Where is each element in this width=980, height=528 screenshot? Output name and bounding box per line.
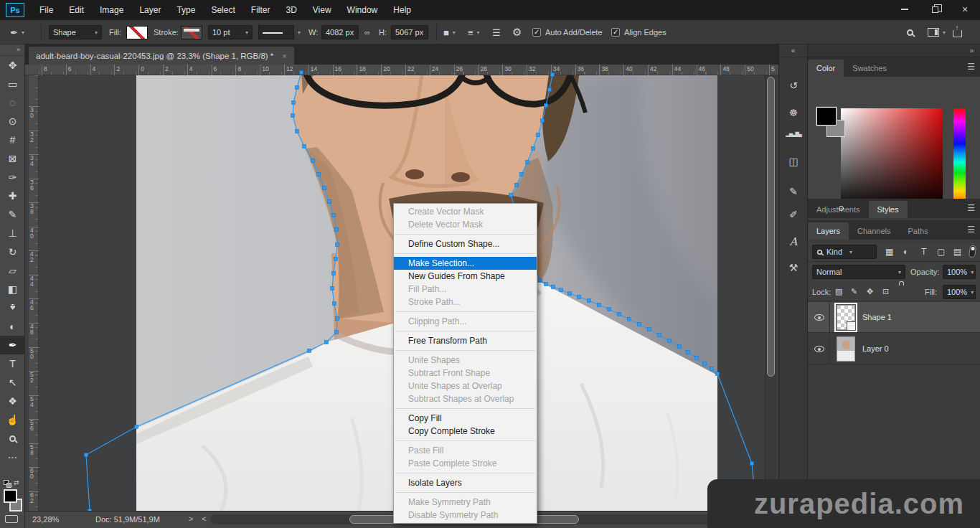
visibility-cell[interactable]: [808, 334, 830, 364]
navigator-panel-icon[interactable]: ☸: [779, 102, 808, 123]
path-operations-button[interactable]: ■ ▾: [443, 20, 456, 44]
scroll-left-icon[interactable]: <: [202, 514, 206, 523]
stroke-style-select[interactable]: ▾: [258, 20, 301, 44]
default-colors-button[interactable]: ⇄: [4, 478, 21, 488]
hand-tool[interactable]: ☝: [0, 410, 25, 429]
dodge-tool[interactable]: ◐: [0, 317, 25, 336]
tab-paths[interactable]: Paths: [900, 222, 937, 240]
history-brush-tool[interactable]: ↻: [0, 242, 25, 261]
dock-strip-expand-button[interactable]: «: [779, 44, 807, 57]
tab-channels[interactable]: Channels: [849, 222, 899, 240]
foreground-color-swatch[interactable]: [816, 107, 837, 126]
menu-item-make-selection[interactable]: Make Selection...: [394, 257, 537, 270]
blend-mode-select[interactable]: Normal ▾: [812, 265, 905, 279]
foreground-color-swatch[interactable]: [4, 489, 17, 503]
layer-thumbnail[interactable]: [837, 336, 855, 362]
tab-color[interactable]: Color: [808, 60, 844, 77]
menu-item-isolate-layers[interactable]: Isolate Layers: [394, 476, 537, 489]
layer-row-layer-0[interactable]: Layer 0: [808, 334, 980, 364]
restore-button[interactable]: [920, 0, 950, 19]
filter-shape-layers-icon[interactable]: ▢: [937, 247, 945, 257]
vertical-scrollbar-thumb[interactable]: [767, 77, 775, 377]
stroke-width-input[interactable]: 10 pt ▾: [208, 20, 253, 44]
tab-styles[interactable]: Styles: [869, 201, 908, 218]
dock-collapse-button[interactable]: »: [808, 44, 980, 57]
gradient-tool[interactable]: ◧: [0, 280, 25, 298]
lock-position-icon[interactable]: ✥: [867, 287, 873, 296]
eye-icon[interactable]: [814, 346, 824, 352]
filter-adjustment-layers-icon[interactable]: ◐: [903, 247, 908, 257]
fill-input[interactable]: 100% ▾: [943, 285, 976, 299]
shape-width-input[interactable]: 4082 px: [321, 20, 359, 44]
share-button[interactable]: [953, 20, 962, 44]
minimize-button[interactable]: [890, 0, 920, 19]
brush-settings-panel-icon[interactable]: ✎: [779, 181, 808, 202]
auto-add-delete-checkbox[interactable]: Auto Add/Delete: [532, 20, 603, 44]
menu-layer[interactable]: Layer: [131, 0, 169, 20]
menu-select[interactable]: Select: [203, 0, 242, 20]
toolbar-collapse-button[interactable]: »: [0, 44, 24, 56]
healing-brush-tool[interactable]: ✚: [0, 187, 25, 205]
panel-menu-icon[interactable]: ☰: [967, 225, 975, 235]
histogram-panel-icon[interactable]: ▂▅▃▇▄: [779, 123, 808, 145]
zoom-tool[interactable]: [0, 429, 25, 448]
eyedropper-tool[interactable]: ✑: [0, 168, 25, 187]
status-expand-icon[interactable]: >: [189, 514, 193, 523]
path-selection-tool[interactable]: ↖: [0, 373, 25, 392]
marquee-tool[interactable]: ▭: [0, 75, 25, 93]
menu-help[interactable]: Help: [385, 0, 419, 20]
pen-tool[interactable]: ✒: [0, 336, 25, 354]
menu-view[interactable]: View: [305, 0, 339, 20]
menu-3d[interactable]: 3D: [278, 0, 304, 20]
history-panel-icon[interactable]: ↺: [779, 75, 808, 96]
brushes-panel-icon[interactable]: ✐: [779, 204, 808, 225]
path-options-button[interactable]: ⚙: [512, 20, 522, 44]
search-button[interactable]: [907, 20, 913, 44]
lock-paint-icon[interactable]: ✎: [851, 287, 857, 296]
tab-layers[interactable]: Layers: [808, 222, 849, 240]
clone-stamp-tool[interactable]: ⊥: [0, 224, 25, 242]
menu-file[interactable]: File: [32, 0, 61, 20]
lock-artboard-icon[interactable]: ⊡: [882, 287, 889, 296]
color-picker-marker[interactable]: [839, 206, 844, 211]
tool-mode-select[interactable]: Shape ▾: [49, 20, 102, 44]
menu-edit[interactable]: Edit: [61, 0, 92, 20]
character-panel-icon[interactable]: A: [779, 231, 808, 253]
close-button[interactable]: ×: [950, 0, 980, 19]
menu-item-copy-fill[interactable]: Copy Fill: [394, 412, 537, 425]
eraser-tool[interactable]: ▱: [0, 261, 25, 280]
tab-close-icon[interactable]: ×: [282, 52, 286, 60]
blur-tool[interactable]: ♠: [0, 298, 25, 317]
crop-tool[interactable]: #: [0, 131, 25, 149]
layer-thumbnail[interactable]: [837, 305, 855, 330]
tool-presets-panel-icon[interactable]: ⚒: [779, 257, 808, 278]
menu-window[interactable]: Window: [339, 0, 386, 20]
visibility-cell[interactable]: [808, 302, 830, 333]
menu-item-free-transform-path[interactable]: Free Transform Path: [394, 334, 537, 347]
vertical-scrollbar[interactable]: [765, 75, 776, 511]
path-anchor-point[interactable]: [85, 453, 88, 457]
menu-item-new-guides-from-shape[interactable]: New Guides From Shape: [394, 270, 537, 283]
stroke-swatch[interactable]: [181, 20, 202, 44]
panel-menu-icon[interactable]: ☰: [967, 203, 975, 213]
lasso-tool[interactable]: ◌: [0, 93, 25, 112]
shape-tool[interactable]: ❖: [0, 392, 25, 410]
filter-type-layers-icon[interactable]: T: [921, 247, 926, 257]
filter-toggle-switch[interactable]: [969, 245, 976, 258]
fill-swatch[interactable]: [126, 20, 148, 44]
current-tool-button[interactable]: ✒ ▾: [10, 20, 24, 44]
shape-height-input[interactable]: 5067 px: [391, 20, 428, 44]
menu-image[interactable]: Image: [92, 0, 131, 20]
layer-filter-kind-select[interactable]: Kind ▾: [812, 245, 877, 259]
swap-colors-icon[interactable]: ⇄: [14, 479, 19, 486]
workspace-button[interactable]: ▾: [928, 20, 946, 44]
opacity-input[interactable]: 100% ▾: [943, 265, 976, 279]
move-tool[interactable]: ✥: [0, 56, 25, 75]
tab-swatches[interactable]: Swatches: [844, 60, 895, 77]
menu-item-copy-complete-stroke[interactable]: Copy Complete Stroke: [394, 425, 537, 438]
eye-icon[interactable]: [814, 314, 824, 321]
path-alignment-button[interactable]: ≡ ▾: [468, 20, 480, 44]
toolbar-more[interactable]: ⋯: [0, 448, 25, 466]
panel-menu-icon[interactable]: ☰: [967, 62, 975, 72]
color-saturation-field[interactable]: [841, 108, 943, 210]
